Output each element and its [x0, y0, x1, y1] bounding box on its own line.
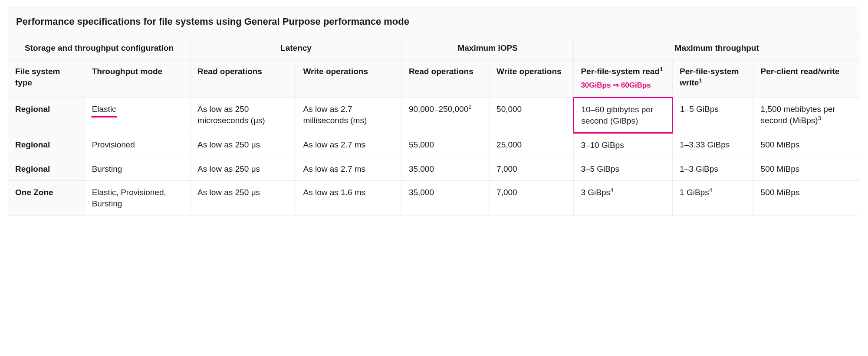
- annotation-throughput-change: 30GiBps ⇒ 60GiBps: [581, 81, 665, 91]
- col-group-storage: Storage and throughput configuration: [8, 36, 191, 60]
- table-title-row: Performance specifications for file syst…: [8, 7, 860, 36]
- cell-latency-write: As low as 2.7 ms: [296, 157, 401, 181]
- col-group-iops: Maximum IOPS: [401, 36, 574, 60]
- cell-iops-read: 35,000: [401, 181, 489, 216]
- col-group-latency: Latency: [191, 36, 402, 60]
- cell-throughput-read: 10–60 gibibytes per second (GiBps): [574, 97, 673, 133]
- performance-table: Performance specifications for file syst…: [8, 7, 860, 216]
- col-throughput-write-label: Per-file-system write: [680, 67, 739, 87]
- cell-throughput-read: 3–10 GiBps: [574, 133, 673, 157]
- annotation-before: 30GiBps: [581, 81, 611, 89]
- footnote-ref: 4: [610, 187, 613, 193]
- col-iops-read: Read operations: [401, 60, 489, 98]
- cell-iops-write: 7,000: [490, 181, 574, 216]
- cell-latency-read: As low as 250 μs: [191, 181, 296, 216]
- cell-fs-type: Regional: [8, 97, 85, 133]
- cell-throughput-read: 3–5 GiBps: [574, 157, 673, 181]
- cell-latency-write: As low as 2.7 ms: [296, 133, 401, 157]
- col-throughput-client: Per-client read/write: [753, 60, 860, 98]
- table-title: Performance specifications for file syst…: [8, 7, 860, 36]
- header-group-row: Storage and throughput configuration Lat…: [8, 36, 860, 60]
- cell-latency-write: As low as 1.6 ms: [296, 181, 401, 216]
- col-latency-read: Read operations: [191, 60, 296, 98]
- cell-throughput-read: 3 GiBps4: [574, 181, 673, 216]
- col-throughput-write: Per-file-system write1: [673, 60, 753, 98]
- table-body: RegionalElasticAs low as 250 microsecond…: [8, 97, 860, 216]
- cell-throughput-client: 1,500 mebibytes per second (MiBps)3: [753, 97, 860, 133]
- footnote-ref: 2: [468, 104, 471, 110]
- cell-throughput-client: 500 MiBps: [753, 133, 860, 157]
- col-fs-type: File system type: [8, 60, 85, 98]
- cell-fs-type: Regional: [8, 133, 85, 157]
- table-row: RegionalProvisionedAs low as 250 μsAs lo…: [8, 133, 860, 157]
- table-row: One ZoneElastic, Provisioned, BurstingAs…: [8, 181, 860, 216]
- highlight-underline: Elastic: [92, 104, 116, 115]
- annotation-after: 60GiBps: [621, 81, 651, 89]
- cell-iops-write: 50,000: [490, 97, 574, 133]
- cell-throughput-mode: Elastic: [85, 97, 190, 133]
- annotation-arrow-icon: ⇒: [613, 81, 619, 89]
- cell-latency-read: As low as 250 μs: [191, 133, 296, 157]
- cell-iops-read: 55,000: [401, 133, 489, 157]
- cell-fs-type: Regional: [8, 157, 85, 181]
- cell-latency-write: As low as 2.7 milliseconds (ms): [296, 97, 401, 133]
- cell-throughput-write: 1–3.33 GiBps: [673, 133, 753, 157]
- col-iops-write: Write operations: [490, 60, 574, 98]
- cell-throughput-mode: Bursting: [85, 157, 190, 181]
- col-throughput-mode: Throughput mode: [85, 60, 190, 98]
- cell-iops-read: 35,000: [401, 157, 489, 181]
- cell-iops-read: 90,000–250,0002: [401, 97, 489, 133]
- cell-throughput-mode: Elastic, Provisioned, Bursting: [85, 181, 190, 216]
- cell-fs-type: One Zone: [8, 181, 85, 216]
- cell-throughput-mode: Provisioned: [85, 133, 190, 157]
- cell-throughput-write: 1–5 GiBps: [673, 97, 753, 133]
- col-throughput-read: Per-file-system read1 30GiBps ⇒ 60GiBps: [574, 60, 673, 98]
- cell-throughput-client: 500 MiBps: [753, 181, 860, 216]
- cell-iops-write: 25,000: [490, 133, 574, 157]
- cell-latency-read: As low as 250 microseconds (μs): [191, 97, 296, 133]
- cell-throughput-write: 1–3 GiBps: [673, 157, 753, 181]
- table-row: RegionalElasticAs low as 250 microsecond…: [8, 97, 860, 133]
- col-group-throughput: Maximum throughput: [574, 36, 860, 60]
- cell-throughput-write: 1 GiBps4: [673, 181, 753, 216]
- cell-throughput-client: 500 MiBps: [753, 157, 860, 181]
- footnote-ref: 4: [709, 187, 712, 193]
- footnote-ref: 3: [818, 114, 821, 121]
- cell-iops-write: 7,000: [490, 157, 574, 181]
- header-row: File system type Throughput mode Read op…: [8, 60, 860, 98]
- footnote-ref: 1: [660, 66, 663, 72]
- cell-latency-read: As low as 250 μs: [191, 157, 296, 181]
- footnote-ref: 1: [699, 77, 702, 84]
- table-row: RegionalBurstingAs low as 250 μsAs low a…: [8, 157, 860, 181]
- col-latency-write: Write operations: [296, 60, 401, 98]
- col-throughput-read-label: Per-file-system read: [581, 67, 660, 76]
